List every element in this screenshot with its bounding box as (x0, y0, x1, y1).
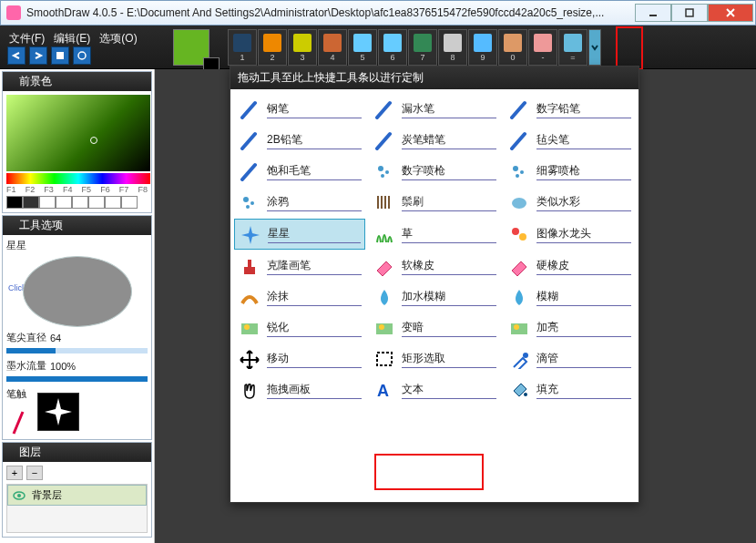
swatch[interactable] (121, 196, 138, 209)
blur-icon (507, 286, 531, 308)
toolbar-tool-5[interactable]: 5 (348, 29, 377, 66)
menu-file[interactable]: 文件(F) (9, 31, 45, 46)
fkey-row: F1F2F3F4F5F6F7F8 (6, 185, 148, 194)
water-blur-icon (373, 286, 396, 308)
panel-foreground-title[interactable]: 前景色 (3, 72, 151, 91)
color-picker-area[interactable] (6, 95, 150, 171)
palette-item-hard-eraser[interactable]: 硬橡皮 (504, 251, 635, 281)
palette-item-label: 2B铅笔 (267, 132, 362, 149)
swatch[interactable] (105, 196, 121, 209)
palette-item-crayon[interactable]: 炭笔蜡笔 (369, 126, 500, 155)
menu-edit[interactable]: 编辑(E) (54, 31, 90, 46)
palette-item-label: 数字铅笔 (536, 101, 631, 118)
svg-rect-28 (377, 353, 392, 365)
quick-redo[interactable] (29, 46, 47, 65)
tip-diameter-slider[interactable] (6, 348, 148, 353)
palette-item-rect-select[interactable]: 矩形选取 (369, 344, 500, 374)
palette-item-label: 鬃刷 (402, 194, 496, 211)
eyedropper-icon (507, 348, 531, 370)
tip-diameter-value: 64 (50, 333, 61, 343)
panel-tool-options-title[interactable]: 工具选项 (3, 216, 151, 235)
toolbar-tool-0[interactable]: 0 (498, 29, 527, 66)
palette-item-text[interactable]: A文本 (369, 375, 500, 405)
ink-flow-slider[interactable] (6, 376, 148, 382)
palette-item-felt[interactable]: 毡尖笔 (504, 126, 635, 155)
fkey-label: F1 (6, 185, 16, 194)
brush-preview-circle[interactable] (23, 256, 132, 327)
palette-item-darken[interactable]: 变暗 (369, 313, 500, 343)
layer-del-button[interactable]: − (26, 466, 43, 480)
swatch[interactable] (72, 196, 88, 209)
tool-palette-grid: 钢笔漏水笔数字铅笔2B铅笔炭笔蜡笔毡尖笔饱和毛笔数字喷枪细雾喷枪涂鸦鬃刷类似水彩… (230, 89, 639, 410)
swatch[interactable] (39, 196, 56, 209)
toolbar-tool-6[interactable]: 6 (378, 29, 407, 66)
pen-icon (238, 98, 261, 120)
palette-item-image-hose[interactable]: 图像水龙头 (504, 219, 635, 250)
hand-icon (238, 379, 261, 401)
close-button[interactable] (708, 4, 753, 22)
swatch[interactable] (56, 196, 72, 209)
palette-item-fill[interactable]: 填充 (504, 375, 635, 405)
svg-point-7 (17, 494, 21, 497)
bristle-icon (373, 191, 396, 213)
palette-item-airbrush[interactable]: 数字喷枪 (369, 157, 500, 186)
svg-point-10 (381, 174, 384, 178)
foreground-swatch[interactable] (173, 29, 209, 66)
palette-item-label: 细雾喷枪 (536, 163, 631, 180)
toolbar-tool-3[interactable]: 3 (288, 29, 317, 66)
svg-point-14 (243, 197, 249, 202)
swatch[interactable] (23, 196, 39, 209)
quick-actions (7, 46, 91, 65)
app-icon (6, 5, 21, 20)
toolbar-overflow-button[interactable] (588, 29, 601, 66)
palette-item-water-blur[interactable]: 加水模糊 (369, 282, 500, 312)
toolbar-tool-8[interactable]: 8 (438, 29, 467, 66)
svg-rect-21 (248, 260, 251, 267)
palette-item-digital-pencil[interactable]: 数字铅笔 (504, 95, 635, 124)
palette-item-label: 加亮 (536, 320, 631, 337)
fkey-label: F4 (63, 185, 73, 194)
brush-shape-preview[interactable] (37, 393, 79, 431)
palette-item-grass[interactable]: 草 (369, 219, 500, 250)
panel-layers-title[interactable]: 图层 (3, 443, 151, 462)
palette-item-bristle[interactable]: 鬃刷 (369, 188, 500, 217)
toolbar-tool-=[interactable]: = (558, 29, 587, 66)
palette-item-soft-eraser[interactable]: 软橡皮 (369, 251, 500, 281)
quick-undo[interactable] (7, 46, 26, 65)
toolbar-tool-7[interactable]: 7 (408, 29, 437, 66)
palette-item-label: 加水模糊 (402, 289, 496, 306)
palette-item-lighten[interactable]: 加亮 (504, 313, 635, 343)
toolbar-tool-2[interactable]: 2 (258, 29, 287, 66)
palette-item-watercolor[interactable]: 类似水彩 (504, 188, 635, 217)
toolbar-tool--[interactable]: - (528, 29, 557, 66)
palette-item-blur[interactable]: 模糊 (504, 282, 635, 312)
palette-item-label: 滴管 (536, 351, 631, 368)
palette-item-fine-spray[interactable]: 细雾喷枪 (504, 157, 635, 186)
palette-item-hand[interactable]: 拖拽画板 (234, 375, 365, 405)
minimize-button[interactable] (635, 4, 671, 22)
toolbar-tool-1[interactable]: 1 (228, 29, 257, 66)
palette-item-clone[interactable]: 克隆画笔 (234, 251, 365, 281)
quick-new[interactable] (51, 46, 69, 65)
star-icon (239, 223, 262, 245)
palette-item-move[interactable]: 移动 (234, 344, 365, 374)
hue-slider[interactable] (6, 173, 150, 184)
palette-item-round-brush[interactable]: 饱和毛笔 (234, 157, 365, 186)
toolbar-tool-4[interactable]: 4 (318, 29, 347, 66)
palette-item-star[interactable]: 星星 (234, 219, 365, 250)
palette-item-pen[interactable]: 钢笔 (234, 95, 365, 124)
quick-refresh[interactable] (73, 46, 91, 65)
menu-options[interactable]: 选项(O) (99, 31, 137, 46)
layer-add-button[interactable]: + (6, 466, 23, 480)
swatch[interactable] (88, 196, 105, 209)
swatch[interactable] (6, 196, 23, 209)
palette-item-smudge[interactable]: 涂抹 (234, 282, 365, 312)
palette-item-sharpen[interactable]: 锐化 (234, 313, 365, 343)
palette-item-leaky[interactable]: 漏水笔 (369, 95, 500, 124)
palette-item-eyedropper[interactable]: 滴管 (504, 344, 635, 374)
layer-row-background[interactable]: 背景层 (7, 485, 147, 506)
palette-item-2b[interactable]: 2B铅笔 (234, 126, 365, 155)
toolbar-tool-9[interactable]: 9 (468, 29, 497, 66)
maximize-button[interactable] (671, 4, 708, 22)
palette-item-graffiti[interactable]: 涂鸦 (234, 188, 365, 217)
